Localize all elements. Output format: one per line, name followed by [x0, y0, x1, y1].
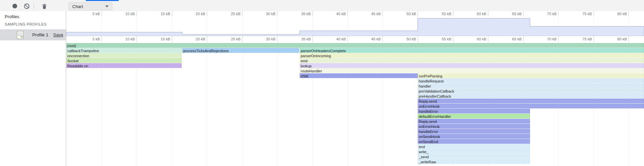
flame-bar-label: runPreParsing: [418, 74, 644, 78]
flame-axis-tick-mark: [453, 36, 453, 42]
flame-bar-handler[interactable]: handler: [418, 84, 644, 88]
flame-bar-label: Readable.on: [66, 64, 181, 68]
flame-axis-tick-label: 35 kB: [301, 37, 312, 41]
flame-bar-readable-on[interactable]: Readable.on: [66, 63, 182, 68]
flame-axis-tick-mark: [418, 36, 418, 42]
flame-bar-label: child: [300, 74, 417, 78]
profile-document-icon: %: [17, 31, 24, 39]
flame-bar-end[interactable]: end: [418, 144, 530, 149]
flame-bar-label: onconnection: [66, 54, 181, 58]
flame-axis-tick-mark: [594, 36, 594, 42]
flame-bar--writeraw[interactable]: _writeRaw: [418, 159, 530, 164]
flame-bar-label: onErrorHook: [418, 124, 530, 129]
flame-axis-tick-label: 25 kB: [231, 37, 242, 41]
flame-bar-label: _send: [418, 155, 530, 159]
flame-bar-onsendhook[interactable]: onSendHook: [418, 134, 530, 139]
allocation-chart-pane: 5 kB10 kB15 kB20 kB25 kB30 kB35 kB40 kB4…: [66, 11, 644, 166]
flame-bar-handleerror[interactable]: handleError: [418, 109, 530, 113]
flame-bar-label: callbackTrampoline: [66, 48, 182, 53]
flame-bar-onerrorhook[interactable]: onErrorHook: [418, 104, 644, 108]
flame-bar-label: handleError: [418, 129, 530, 134]
delete-profile-button[interactable]: [40, 2, 48, 10]
flame-axis-tick-label: 10 kB: [125, 37, 137, 41]
view-mode-select[interactable]: Chart: [69, 2, 112, 10]
flame-bar-parseronheaderscomplete[interactable]: parserOnHeadersComplete: [300, 48, 644, 53]
flame-axis-tick-label: 60 kB: [477, 37, 488, 41]
flame-bar-label: onSendEnd: [418, 139, 530, 144]
flame-axis-tick-label: 80 kB: [617, 37, 629, 41]
flame-axis-tick-mark: [382, 36, 383, 42]
sidebar-item-profile-1[interactable]: % Profile 1 Save: [0, 29, 66, 40]
flame-bar-callbacktrampoline[interactable]: callbackTrampoline: [66, 48, 182, 53]
flame-axis-tick-mark: [523, 36, 524, 42]
flame-axis-tick-label: 70 kB: [547, 37, 558, 41]
flame-bar-label: _writeRaw: [418, 160, 530, 164]
flame-axis-tick-mark: [629, 36, 629, 42]
record-button[interactable]: [11, 2, 19, 10]
flame-axis-tick-mark: [312, 36, 313, 42]
flame-axis-tick-mark: [102, 36, 102, 42]
memory-panel: Chart Profiles SAMPLING PROFILES % Profi…: [0, 0, 644, 166]
flame-grid-line: [207, 42, 207, 166]
flame-bar-label: end: [418, 144, 530, 149]
flame-axis-tick-mark: [488, 36, 488, 42]
flame-bar-label: Reply.send: [418, 119, 530, 124]
flame-bar-prehandlercallback[interactable]: preHandlerCallback: [418, 94, 644, 98]
profiles-sidebar: Profiles SAMPLING PROFILES % Profile 1 S…: [0, 11, 66, 166]
flame-grid-line: [277, 42, 277, 166]
flame-bar-label: parserOnHeadersComplete: [300, 48, 644, 53]
flame-axis-tick-label: 5 kB: [92, 37, 102, 41]
flame-bar-parseronincoming[interactable]: parserOnIncoming: [300, 53, 644, 58]
clear-profile-button[interactable]: [23, 2, 31, 10]
flame-bar-runpreparsing[interactable]: runPreParsing: [418, 73, 644, 78]
flame-axis-tick-mark: [172, 36, 172, 42]
trash-icon: [42, 3, 47, 9]
flame-bar--root-[interactable]: (root): [66, 43, 644, 48]
flame-bar-onerrorhook[interactable]: onErrorHook: [418, 124, 530, 129]
flame-axis-tick-mark: [137, 36, 137, 42]
flame-bar-defaulterrorhandler[interactable]: defaultErrorHandler: [418, 114, 530, 119]
profile-name: Profile 1: [32, 32, 48, 37]
flame-bar-socket[interactable]: Socket: [66, 58, 182, 63]
flame-axis-tick-mark: [558, 36, 559, 42]
flame-bar-label: write_: [418, 150, 530, 154]
flame-bar-handleerror[interactable]: handleError: [418, 129, 530, 134]
memory-overview-pane[interactable]: 5 kB10 kB15 kB20 kB25 kB30 kB35 kB40 kB4…: [66, 11, 644, 36]
flame-bar-reply-send[interactable]: Reply.send: [418, 99, 644, 103]
flame-bar-child[interactable]: child: [300, 73, 418, 78]
profiler-toolbar: Chart: [0, 1, 644, 11]
flame-bar-lookup[interactable]: lookup: [300, 63, 644, 68]
flame-axis-tick-label: 40 kB: [336, 37, 347, 41]
flame-bar-label: handleRequest: [418, 79, 644, 83]
flame-bar-routehandler[interactable]: routeHandler: [300, 68, 644, 73]
flame-grid-line: [242, 42, 242, 166]
flame-axis-tick-mark: [207, 36, 207, 42]
flame-bar-label: onSendHook: [418, 134, 530, 139]
flame-bar-onconnection[interactable]: onconnection: [66, 53, 182, 58]
flame-bar-reply-send[interactable]: Reply.send: [418, 119, 530, 124]
flame-bar-write-[interactable]: write_: [418, 149, 530, 154]
flame-bar-label: preHandlerCallback: [418, 94, 644, 98]
flame-axis-tick-label: 15 kB: [161, 37, 172, 41]
flame-axis-tick-label: 55 kB: [442, 37, 453, 41]
chevron-down-icon: [105, 5, 109, 7]
flame-bar-label: emit: [300, 59, 644, 63]
flame-bar-processticksandrejections[interactable]: processTicksAndRejections: [182, 48, 299, 53]
flame-bar-emit[interactable]: emit: [300, 58, 644, 63]
flame-bar-prevalidationcallback[interactable]: preValidationCallback: [418, 89, 644, 93]
sidebar-heading: Profiles: [5, 14, 19, 19]
flame-bar-label: (root): [66, 43, 644, 48]
flame-bar-label: processTicksAndRejections: [182, 48, 299, 53]
flame-axis-tick-label: 20 kB: [196, 37, 207, 41]
flame-axis-tick-label: 30 kB: [266, 37, 277, 41]
flame-chart[interactable]: 5 kB10 kB15 kB20 kB25 kB30 kB35 kB40 kB4…: [66, 36, 644, 166]
flame-bar-label: onErrorHook: [418, 104, 644, 108]
flame-bar-label: parserOnIncoming: [300, 54, 644, 58]
save-profile-link[interactable]: Save: [53, 32, 63, 37]
flame-bar-label: Socket: [66, 59, 181, 63]
block-icon: [24, 3, 30, 9]
flame-bar-onsendend[interactable]: onSendEnd: [418, 139, 530, 144]
flame-bar-handlerequest[interactable]: handleRequest: [418, 78, 644, 83]
sampling-profiles-section-label: SAMPLING PROFILES: [5, 22, 47, 26]
flame-bar--send[interactable]: _send: [418, 154, 530, 159]
